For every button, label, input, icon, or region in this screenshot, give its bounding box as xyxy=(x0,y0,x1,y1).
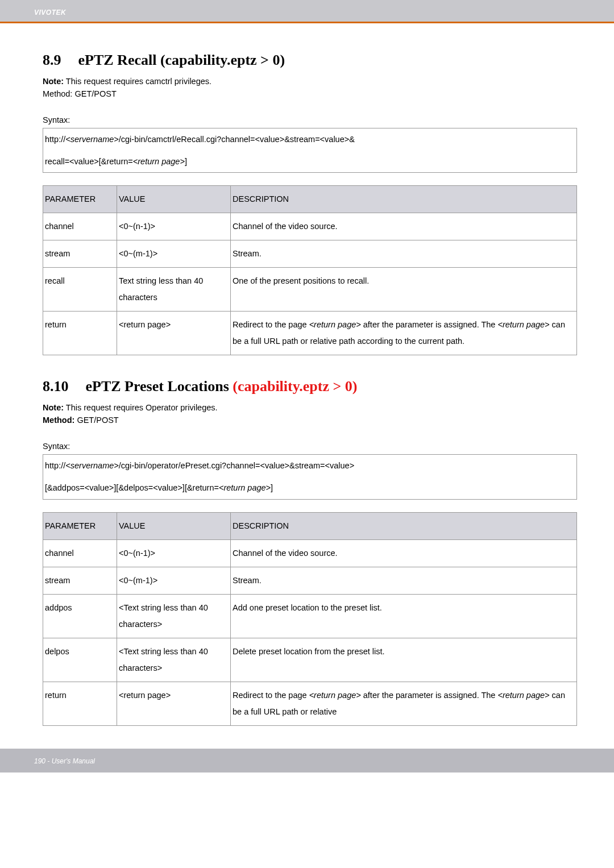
desc-em: <return page> xyxy=(309,320,361,329)
desc-em: <return page> xyxy=(497,320,549,329)
cell-value: <Text string less than 40 characters> xyxy=(117,594,231,638)
table-row: return <return page> Redirect to the pag… xyxy=(43,312,577,355)
section-89-syntax-box: http://<servername>/cgi-bin/camctrl/eRec… xyxy=(43,128,577,173)
syntax-em: <return page> xyxy=(133,157,185,166)
section-810-syntax-box: http://<servername>/cgi-bin/operator/ePr… xyxy=(43,454,577,499)
syntax-text: ] xyxy=(185,157,187,166)
note-text: This request requires camctrl privileges… xyxy=(64,77,211,86)
section-810-param-table: PARAMETER VALUE DESCRIPTION channel <0~(… xyxy=(43,512,577,726)
section-89-syntax-label: Syntax: xyxy=(43,115,577,124)
note-label: Note: xyxy=(43,77,64,86)
cell-param: return xyxy=(43,682,117,725)
syntax-text: recall=<value>[&return= xyxy=(45,157,133,166)
method-label: Method: xyxy=(43,416,74,425)
syntax-line-1: http://<servername>/cgi-bin/camctrl/eRec… xyxy=(43,128,576,151)
th-value: VALUE xyxy=(117,512,231,539)
page-content: 8.9ePTZ Recall (capability.eptz > 0) Not… xyxy=(0,23,614,749)
cell-desc: Channel of the video source. xyxy=(231,213,577,240)
th-description: DESCRIPTION xyxy=(231,186,577,213)
table-row: stream <0~(m-1)> Stream. xyxy=(43,240,577,268)
syntax-em: <servername> xyxy=(65,135,119,144)
section-810-title-red: (capability.eptz > 0) xyxy=(233,378,357,394)
cell-param: channel xyxy=(43,539,117,567)
cell-value: <0~(m-1)> xyxy=(117,240,231,268)
cell-param: addpos xyxy=(43,594,117,638)
table-row: recall Text string less than 40 characte… xyxy=(43,268,577,312)
cell-desc: Redirect to the page <return page> after… xyxy=(231,312,577,355)
syntax-text: /cgi-bin/operator/ePreset.cgi?channel=<v… xyxy=(119,461,354,470)
cell-param: recall xyxy=(43,268,117,312)
syntax-text: http:// xyxy=(45,135,65,144)
cell-value: <return page> xyxy=(117,312,231,355)
syntax-line-1: http://<servername>/cgi-bin/operator/ePr… xyxy=(43,455,576,477)
cell-value: <0~(n-1)> xyxy=(117,213,231,240)
cell-value: <0~(n-1)> xyxy=(117,539,231,567)
syntax-line-2: recall=<value>[&return=<return page>] xyxy=(43,151,576,173)
table-header-row: PARAMETER VALUE DESCRIPTION xyxy=(43,512,577,539)
table-row: return <return page> Redirect to the pag… xyxy=(43,682,577,725)
cell-value: <Text string less than 40 characters> xyxy=(117,638,231,682)
method-text: GET/POST xyxy=(72,89,116,98)
brand-label: VIVOTEK xyxy=(34,9,66,16)
cell-desc: Stream. xyxy=(231,567,577,594)
th-description: DESCRIPTION xyxy=(231,512,577,539)
section-810-number: 8.10 xyxy=(43,378,69,395)
section-810-syntax-label: Syntax: xyxy=(43,442,577,451)
cell-param: channel xyxy=(43,213,117,240)
footer-bar: 190 - User's Manual xyxy=(0,749,614,773)
cell-param: stream xyxy=(43,567,117,594)
table-row: channel <0~(n-1)> Channel of the video s… xyxy=(43,213,577,240)
method-label: Method: xyxy=(43,89,72,98)
syntax-text: /cgi-bin/camctrl/eRecall.cgi?channel=<va… xyxy=(119,135,355,144)
note-label: Note: xyxy=(43,403,64,412)
table-row: stream <0~(m-1)> Stream. xyxy=(43,567,577,594)
syntax-em: <return page> xyxy=(219,483,271,492)
section-89-heading: 8.9ePTZ Recall (capability.eptz > 0) xyxy=(43,52,577,69)
section-89-param-table: PARAMETER VALUE DESCRIPTION channel <0~(… xyxy=(43,185,577,355)
section-810-heading: 8.10ePTZ Preset Locations (capability.ep… xyxy=(43,378,577,395)
desc-text: after the parameter is assigned. The xyxy=(361,320,498,329)
th-value: VALUE xyxy=(117,186,231,213)
desc-em: <return page> xyxy=(497,691,549,700)
cell-value: Text string less than 40 characters xyxy=(117,268,231,312)
section-89-number: 8.9 xyxy=(43,52,61,69)
cell-desc: Stream. xyxy=(231,240,577,268)
section-810-method: Method: GET/POST xyxy=(43,416,577,425)
section-810-title-black: ePTZ Preset Locations xyxy=(86,378,233,394)
table-header-row: PARAMETER VALUE DESCRIPTION xyxy=(43,186,577,213)
syntax-text: [&addpos=<value>][&delpos=<value>][&retu… xyxy=(45,483,219,492)
footer-text: 190 - User's Manual xyxy=(34,757,95,765)
cell-desc: Delete preset location from the preset l… xyxy=(231,638,577,682)
syntax-text: ] xyxy=(271,483,273,492)
section-89-method: Method: GET/POST xyxy=(43,89,577,98)
note-text: This request requires Operator privilege… xyxy=(64,403,218,412)
table-row: channel <0~(n-1)> Channel of the video s… xyxy=(43,539,577,567)
section-89-title: ePTZ Recall (capability.eptz > 0) xyxy=(78,52,285,68)
syntax-line-2: [&addpos=<value>][&delpos=<value>][&retu… xyxy=(43,477,576,499)
desc-text: Redirect to the page xyxy=(233,691,309,700)
header-bar: VIVOTEK xyxy=(0,0,614,23)
syntax-em: <servername> xyxy=(65,461,119,470)
table-row: addpos <Text string less than 40 charact… xyxy=(43,594,577,638)
cell-desc: Redirect to the page <return page> after… xyxy=(231,682,577,725)
section-89-note: Note: This request requires camctrl priv… xyxy=(43,77,577,86)
cell-param: return xyxy=(43,312,117,355)
cell-desc: One of the present positions to recall. xyxy=(231,268,577,312)
table-row: delpos <Text string less than 40 charact… xyxy=(43,638,577,682)
desc-em: <return page> xyxy=(309,691,361,700)
th-parameter: PARAMETER xyxy=(43,186,117,213)
section-810-note: Note: This request requires Operator pri… xyxy=(43,403,577,412)
cell-desc: Channel of the video source. xyxy=(231,539,577,567)
desc-text: after the parameter is assigned. The xyxy=(361,691,498,700)
cell-param: stream xyxy=(43,240,117,268)
desc-text: Redirect to the page xyxy=(233,320,309,329)
th-parameter: PARAMETER xyxy=(43,512,117,539)
cell-desc: Add one preset location to the preset li… xyxy=(231,594,577,638)
cell-value: <return page> xyxy=(117,682,231,725)
method-text: GET/POST xyxy=(74,416,118,425)
syntax-text: http:// xyxy=(45,461,65,470)
cell-value: <0~(m-1)> xyxy=(117,567,231,594)
cell-param: delpos xyxy=(43,638,117,682)
